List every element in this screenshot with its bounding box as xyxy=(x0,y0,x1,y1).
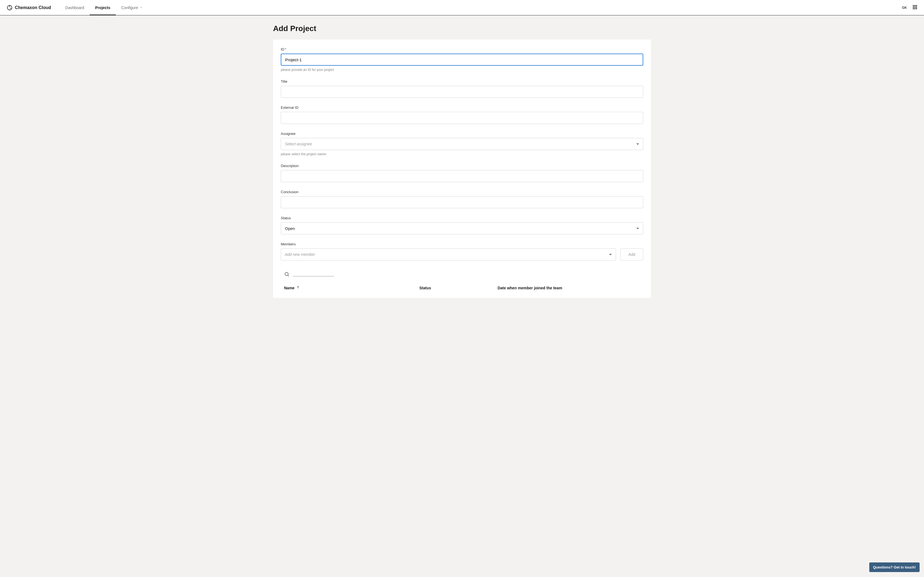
id-input[interactable] xyxy=(281,53,643,66)
id-label-text: ID xyxy=(281,47,284,52)
assignee-placeholder: Select assignee xyxy=(285,142,312,146)
field-group-id: ID* please provide an ID for your projec… xyxy=(281,47,643,72)
field-group-title: Title xyxy=(281,79,643,98)
column-header-name[interactable]: Name xyxy=(284,285,419,290)
members-select[interactable]: Add new member xyxy=(281,248,616,261)
dropdown-arrow-icon xyxy=(636,228,639,229)
svg-rect-8 xyxy=(914,8,916,9)
user-avatar-initials[interactable]: GK xyxy=(902,6,907,10)
required-indicator: * xyxy=(285,47,286,52)
brand-name: Chemaxon Cloud xyxy=(15,5,51,10)
header-right: GK xyxy=(902,5,918,10)
svg-rect-4 xyxy=(913,6,914,8)
field-group-assignee: Assignee Select assignee please select t… xyxy=(281,132,643,156)
title-input[interactable] xyxy=(281,86,643,98)
svg-point-10 xyxy=(285,272,288,276)
nav-configure-label: Configure xyxy=(121,5,138,10)
brand-logo[interactable]: Chemaxon Cloud xyxy=(6,5,51,11)
search-icon[interactable] xyxy=(284,271,289,278)
status-value: Open xyxy=(285,226,295,231)
field-group-members: Members Add new member Add xyxy=(281,242,643,261)
description-input[interactable] xyxy=(281,170,643,182)
nav-projects-label: Projects xyxy=(95,5,110,10)
add-member-button[interactable]: Add xyxy=(620,248,643,261)
nav-dashboard-label: Dashboard xyxy=(65,5,84,10)
assignee-select[interactable]: Select assignee xyxy=(281,138,643,150)
app-header: Chemaxon Cloud Dashboard Projects Config… xyxy=(0,0,924,15)
column-name-label: Name xyxy=(284,286,294,290)
svg-rect-5 xyxy=(914,6,916,8)
svg-rect-1 xyxy=(913,5,914,6)
table-search-row xyxy=(281,271,643,278)
nav-dashboard[interactable]: Dashboard xyxy=(60,0,90,15)
members-table: Name Status Date when member joined the … xyxy=(281,285,643,290)
dropdown-arrow-icon xyxy=(609,254,612,255)
table-header-row: Name Status Date when member joined the … xyxy=(281,285,643,290)
svg-rect-7 xyxy=(913,8,914,9)
title-label: Title xyxy=(281,79,643,84)
conclusion-label: Conclusion xyxy=(281,190,643,194)
main-content: Add Project ID* please provide an ID for… xyxy=(273,15,651,307)
conclusion-input[interactable] xyxy=(281,196,643,208)
status-select[interactable]: Open xyxy=(281,222,643,234)
column-header-status[interactable]: Status xyxy=(419,285,498,290)
field-group-conclusion: Conclusion xyxy=(281,190,643,208)
svg-rect-3 xyxy=(916,5,917,6)
column-date-label: Date when member joined the team xyxy=(498,286,562,290)
nav-configure[interactable]: Configure xyxy=(116,0,149,15)
chemaxon-logo-icon xyxy=(6,5,13,11)
svg-rect-2 xyxy=(914,5,916,6)
field-group-description: Description xyxy=(281,164,643,182)
status-label: Status xyxy=(281,216,643,220)
svg-rect-6 xyxy=(916,6,917,8)
dropdown-arrow-icon xyxy=(636,143,639,145)
page-title: Add Project xyxy=(273,24,651,33)
external-id-label: External ID xyxy=(281,105,643,110)
svg-rect-9 xyxy=(916,8,917,9)
project-form-card: ID* please provide an ID for your projec… xyxy=(273,40,651,298)
assignee-hint: please select the project owner xyxy=(281,152,643,156)
assignee-label: Assignee xyxy=(281,132,643,136)
chevron-down-icon xyxy=(140,5,143,10)
header-left: Chemaxon Cloud Dashboard Projects Config… xyxy=(6,0,149,15)
members-label: Members xyxy=(281,242,643,246)
apps-grid-icon[interactable] xyxy=(913,5,918,10)
external-id-input[interactable] xyxy=(281,112,643,124)
column-header-date[interactable]: Date when member joined the team xyxy=(498,285,640,290)
main-nav: Dashboard Projects Configure xyxy=(60,0,149,15)
sort-ascending-icon xyxy=(296,285,300,290)
field-group-external-id: External ID xyxy=(281,105,643,124)
members-input-row: Add new member Add xyxy=(281,248,643,261)
column-status-label: Status xyxy=(419,286,431,290)
nav-projects[interactable]: Projects xyxy=(90,0,116,15)
field-group-status: Status Open xyxy=(281,216,643,234)
description-label: Description xyxy=(281,164,643,168)
id-label: ID* xyxy=(281,47,643,52)
id-hint: please provide an ID for your project xyxy=(281,68,643,72)
members-placeholder: Add new member xyxy=(285,252,315,256)
svg-line-11 xyxy=(288,275,289,276)
